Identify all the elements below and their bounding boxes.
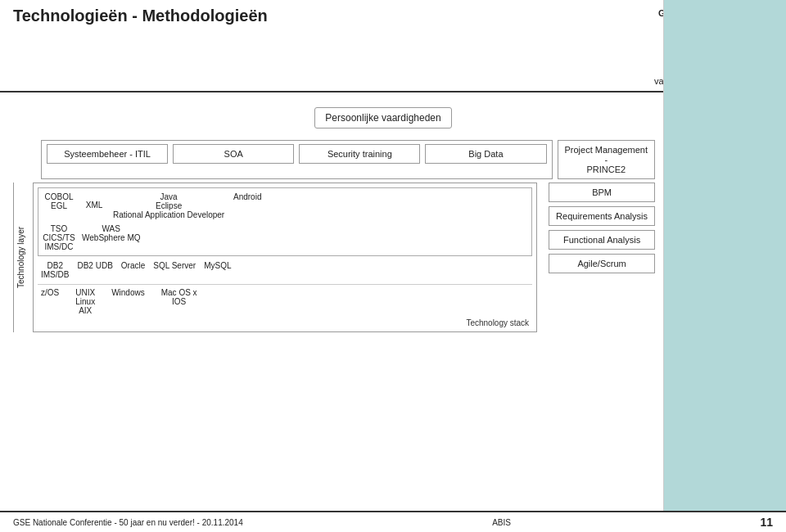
- cell-cobol: COBOL EGL: [43, 192, 75, 210]
- cell-xml: XML: [82, 201, 106, 210]
- cell-mysql: MySQL: [204, 261, 231, 279]
- cell-security-training: Security training: [299, 144, 420, 164]
- box-requirements: Requirements Analysis: [549, 206, 655, 226]
- db-row: DB2 IMS/DB DB2 UDB Oracle SQL Server MyS…: [38, 261, 532, 279]
- cell-db2udb: DB2 UDB: [77, 261, 112, 279]
- cell-db2-imsdb: DB2 IMS/DB: [41, 261, 69, 279]
- footer-center: ABIS: [492, 518, 511, 527]
- box-functional: Functional Analysis: [549, 230, 655, 250]
- cell-macos: Mac OS x IOS: [161, 288, 197, 315]
- footer-left: GSE Nationale Conferentie - 50 jaar en n…: [13, 518, 243, 527]
- cell-unix: UNIX Linux AIX: [75, 288, 95, 315]
- cell-zos: z/OS: [41, 288, 59, 315]
- footer: GSE Nationale Conferentie - 50 jaar en n…: [0, 511, 786, 532]
- page-title: Technologieën - Methodologieën: [13, 7, 268, 25]
- right-boxes: BPM Requirements Analysis Functional Ana…: [549, 183, 655, 332]
- os-row: z/OS UNIX Linux AIX Windows Mac OS x IOS: [38, 288, 532, 315]
- page-number: 11: [760, 516, 773, 529]
- tech-stack-label: Technology stack: [38, 318, 532, 327]
- tech-layer-label: Technology layer: [13, 183, 28, 332]
- divider: [38, 284, 532, 285]
- cell-soa: SOA: [173, 144, 294, 164]
- cell-tso: TSO CICS/TS IMS/DC: [43, 224, 75, 251]
- cell-was: WAS WebSphere MQ: [82, 224, 141, 242]
- cell-sqlserver: SQL Server: [153, 261, 196, 279]
- pers-box: Persoonlijke vaardigheden: [314, 107, 451, 128]
- tech-layer-inner: COBOL EGL XML Java Eclipse Rational Appl…: [33, 183, 537, 332]
- mid-grid: COBOL EGL XML Java Eclipse Rational Appl…: [38, 187, 532, 256]
- cell-android: Android: [231, 192, 264, 201]
- cell-windows: Windows: [111, 288, 145, 315]
- box-bpm: BPM: [549, 183, 655, 202]
- main-content: Persoonlijke vaardigheden Systeembeheer …: [0, 92, 786, 340]
- top-row: Systeembeheer - ITIL SOA Security traini…: [13, 140, 655, 179]
- cell-java: Java Eclipse Rational Application Develo…: [113, 192, 224, 219]
- box-agile: Agile/Scrum: [549, 254, 655, 273]
- tech-layer-section: Technology layer COBOL EGL XML: [13, 183, 655, 332]
- cell-systeembeheer: Systeembeheer - ITIL: [47, 144, 168, 164]
- cell-project-management: Project Management - PRINCE2: [558, 140, 656, 179]
- cell-bigdata: Big Data: [425, 144, 546, 164]
- cell-oracle: Oracle: [121, 261, 145, 279]
